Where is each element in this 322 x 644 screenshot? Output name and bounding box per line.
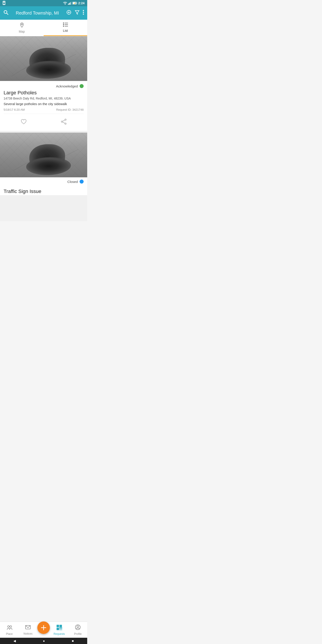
- tab-list[interactable]: List: [44, 20, 87, 36]
- svg-point-38: [65, 123, 66, 124]
- sim-icon: [2, 1, 6, 6]
- svg-point-24: [83, 14, 84, 15]
- card-2-image[interactable]: [0, 132, 87, 177]
- card-1-status-row: Acknowledged: [4, 84, 84, 88]
- svg-rect-10: [76, 3, 77, 4]
- card-1-actions: [4, 116, 84, 128]
- app-header: Redford Township, MI: [0, 6, 87, 20]
- status-icons: ⚡ 2:24: [63, 1, 84, 5]
- card-1-like-button[interactable]: [14, 118, 34, 127]
- svg-point-22: [83, 10, 84, 11]
- svg-text:⚡: ⚡: [74, 2, 76, 4]
- svg-line-40: [62, 120, 65, 122]
- card-2-status-row: Closed: [0, 177, 87, 187]
- svg-point-23: [83, 12, 84, 13]
- filter-icon[interactable]: [75, 10, 80, 16]
- svg-line-34: [49, 54, 76, 68]
- svg-line-43: [42, 154, 52, 163]
- card-1-request-id: Request ID: 3421748: [56, 108, 84, 111]
- svg-line-14: [7, 13, 8, 15]
- issue-card-2: Closed Traffic Sign Issue: [0, 132, 87, 195]
- card-1-title[interactable]: Large Potholes: [4, 90, 84, 96]
- card-1-status-dot: [80, 84, 84, 88]
- card-2-status-label: Closed: [67, 180, 78, 184]
- card-1-date: 5/18/17 6:20 AM: [4, 108, 25, 111]
- svg-point-37: [65, 119, 66, 120]
- svg-line-36: [56, 65, 67, 72]
- svg-line-42: [14, 154, 42, 170]
- svg-rect-5: [68, 4, 69, 5]
- card-1-description: Several large potholes on the city sidew…: [4, 102, 84, 106]
- svg-rect-2: [4, 2, 5, 2]
- svg-line-33: [40, 58, 49, 68]
- map-tab-icon: [20, 22, 24, 29]
- status-bar: ⚡ 2:24: [0, 0, 87, 6]
- svg-point-4: [64, 4, 65, 5]
- tab-active-indicator: [44, 35, 87, 36]
- card-2-status-dot: [80, 180, 84, 184]
- card-1-share-button[interactable]: [54, 118, 74, 127]
- svg-rect-3: [3, 3, 5, 4]
- svg-line-35: [22, 63, 36, 70]
- card-2-title[interactable]: Traffic Sign Issue: [0, 187, 87, 195]
- more-options-icon[interactable]: [83, 10, 84, 16]
- svg-rect-1: [3, 2, 4, 2]
- issue-card-1: Acknowledged Large Potholes 14738 Beech …: [0, 36, 87, 131]
- svg-point-16: [68, 12, 70, 13]
- tab-map-label: Map: [19, 30, 25, 33]
- svg-rect-29: [64, 23, 68, 23]
- svg-rect-26: [63, 22, 64, 24]
- card-1-address: 14738 Beech Daly Rd, Redford, MI, 48239,…: [4, 96, 84, 100]
- svg-rect-28: [63, 26, 64, 26]
- card-1-image[interactable]: [0, 36, 87, 81]
- location-title: Redford Township, MI: [12, 10, 63, 16]
- svg-rect-7: [70, 2, 70, 5]
- card-1-status-label: Acknowledged: [56, 84, 78, 88]
- svg-line-41: [62, 122, 65, 124]
- search-icon[interactable]: [3, 10, 8, 16]
- svg-line-44: [52, 149, 78, 163]
- wifi-icon: [63, 2, 67, 5]
- svg-line-32: [11, 58, 40, 76]
- location-icon[interactable]: [66, 10, 72, 16]
- status-time: 2:24: [78, 1, 84, 5]
- svg-rect-27: [63, 24, 64, 25]
- view-tabs: Map List: [0, 20, 87, 36]
- svg-rect-8: [71, 2, 71, 5]
- battery-icon: ⚡: [72, 2, 77, 4]
- content-area: Acknowledged Large Potholes 14738 Beech …: [0, 36, 87, 221]
- tab-list-label: List: [63, 29, 68, 32]
- svg-point-39: [61, 121, 62, 122]
- svg-rect-30: [64, 24, 68, 25]
- svg-point-25: [21, 24, 22, 25]
- svg-rect-31: [64, 26, 68, 26]
- card-1-body: Acknowledged Large Potholes 14738 Beech …: [0, 81, 87, 131]
- tab-map[interactable]: Map: [0, 20, 44, 36]
- svg-marker-21: [75, 10, 79, 14]
- signal-icon: [68, 2, 72, 5]
- card-1-meta: 5/18/17 6:20 AM Request ID: 3421748: [4, 108, 84, 114]
- list-tab-icon: [63, 22, 68, 28]
- svg-rect-6: [69, 3, 70, 5]
